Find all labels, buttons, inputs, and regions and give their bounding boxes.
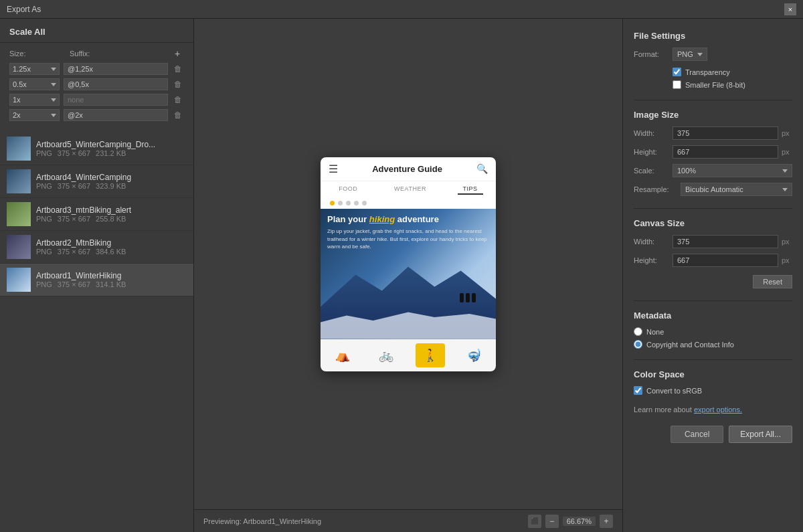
learn-more: Learn more about export options. [634,406,792,414]
preview-area: ☰ Adventure Guide 🔍 FOOD WEATHER TIPS [194,19,622,509]
tab-tips[interactable]: TIPS [458,184,483,195]
image-width-input[interactable] [673,126,778,140]
divider-3 [634,300,792,301]
image-size-title: Image Size [634,110,792,120]
dot-2 [338,201,343,205]
phone-nav-tabs: FOOD WEATHER TIPS [321,181,496,197]
scale-suffix-1[interactable] [64,78,168,90]
export-all-button[interactable]: Export All... [729,426,792,443]
image-width-row: Width: px [634,126,792,140]
transparency-row: Transparency [634,68,792,76]
format-select[interactable]: PNG JPG SVG GIF [673,48,707,61]
main-container: Scale All Size: Suffix: + 1.25x0.5x1x2x3… [0,19,803,532]
scale-table: Size: Suffix: + 1.25x0.5x1x2x3x 🗑 0.5x1x… [0,43,193,130]
artboard-item-0[interactable]: Artboard5_WinterCamping_Dro... PNG 375 ×… [0,132,193,165]
convert-srgb-checkbox[interactable] [634,386,642,395]
canvas-height-row: Height: px [634,254,792,267]
scale-row-3: 2x1x 🗑 [9,109,184,121]
zoom-controls: ⬛ − 66.67% + [528,515,613,528]
export-options-link[interactable]: export options. [694,406,742,414]
scale-delete-3[interactable]: 🗑 [172,109,184,121]
metadata-copyright-radio[interactable] [634,340,642,349]
close-button[interactable]: × [784,3,796,15]
smaller-file-checkbox[interactable] [673,80,681,89]
scale-delete-1[interactable]: 🗑 [172,78,184,90]
dot-3 [346,201,351,205]
scale-delete-0[interactable]: 🗑 [172,63,184,75]
artboard-meta-4: PNG 375 × 667 314.1 KB [36,280,187,288]
convert-srgb-label[interactable]: Convert to sRGB [646,387,702,395]
canvas-height-input[interactable] [673,254,778,267]
color-space-title: Color Space [634,369,792,379]
canvas-size-title: Canvas Size [634,218,792,228]
canvas-height-unit: px [782,256,792,264]
reset-button[interactable]: Reset [753,275,792,288]
dot-4 [354,201,359,205]
nav-bike[interactable]: 🚲 [371,343,401,367]
window-title: Export As [7,5,41,14]
scale-suffix-2[interactable] [64,94,168,106]
tab-food[interactable]: FOOD [333,184,363,195]
format-row: Format: PNG JPG SVG GIF [634,48,792,61]
transparency-label[interactable]: Transparency [685,68,730,76]
left-panel: Scale All Size: Suffix: + 1.25x0.5x1x2x3… [0,19,194,532]
artboard-item-4[interactable]: Artboard1_WinterHiking PNG 375 × 667 314… [0,264,193,296]
artboard-thumb-2 [7,202,31,226]
artboard-item-3[interactable]: Artboard2_MtnBiking PNG 375 × 667 384.6 … [0,231,193,264]
tab-weather[interactable]: WEATHER [389,184,432,195]
resample-label: Resample: [634,185,681,193]
image-height-unit: px [782,148,792,156]
phone-header: ☰ Adventure Guide 🔍 [321,157,496,181]
smaller-file-row: Smaller File (8-bit) [634,80,792,89]
scale-table-header: Size: Suffix: + [9,48,184,59]
image-scale-label: Scale: [634,167,673,175]
metadata-none-radio[interactable] [634,327,642,336]
artboard-name-1: Artboard4_WinterCamping [36,173,187,182]
image-scale-select[interactable]: 100%50%200% [673,164,792,177]
smaller-file-label[interactable]: Smaller File (8-bit) [685,81,745,89]
phone-hero: Plan your hiking adventure Zip up your j… [321,209,496,339]
hero-body: Zip up your jacket, grab the right snack… [327,228,489,250]
scale-delete-2[interactable]: 🗑 [172,94,184,106]
scale-size-2[interactable]: 1x2x [9,94,60,106]
preview-label: Previewing: Artboard1_WinterHiking [203,517,321,525]
nav-dive[interactable]: 🤿 [459,343,488,367]
artboard-name-2: Artboard3_mtnBiking_alert [36,205,187,215]
scale-size-1[interactable]: 0.5x1x2x [9,78,60,90]
canvas-width-input[interactable] [673,235,778,248]
scale-size-3[interactable]: 2x1x [9,109,60,121]
artboard-thumb-3 [7,235,31,259]
nav-hike[interactable]: 🚶 [416,343,445,367]
title-bar: Export As × [0,0,803,19]
action-buttons: Cancel Export All... [634,426,792,443]
scale-all-header: Scale All [0,19,193,43]
image-width-unit: px [782,129,792,137]
scale-row-1: 0.5x1x2x 🗑 [9,78,184,90]
canvas-width-unit: px [782,238,792,246]
scale-suffix-0[interactable] [64,63,168,75]
scale-row-0: 1.25x0.5x1x2x3x 🗑 [9,63,184,75]
artboard-item-1[interactable]: Artboard4_WinterCamping PNG 375 × 667 32… [0,165,193,198]
metadata-copyright-label[interactable]: Copyright and Contact Info [646,341,734,349]
add-scale-button[interactable]: + [171,48,184,59]
artboard-meta-0: PNG 375 × 667 231.2 KB [36,149,187,157]
hero-title: Plan your hiking adventure [327,214,489,226]
metadata-none-label[interactable]: None [646,328,664,336]
scale-size-0[interactable]: 1.25x0.5x1x2x3x [9,63,60,75]
resample-select[interactable]: Bicubic Automatic Bicubic Smoother Bicub… [681,183,792,196]
artboard-meta-3: PNG 375 × 667 384.6 KB [36,248,187,256]
artboard-list: Artboard5_WinterCamping_Dro... PNG 375 ×… [0,132,193,532]
hero-title-adventure: adventure [395,214,439,224]
hero-title-hiking: hiking [369,214,395,224]
nav-tent[interactable]: ⛺ [328,343,357,367]
transparency-checkbox[interactable] [673,68,681,76]
fit-button[interactable]: ⬛ [528,515,541,528]
scale-suffix-3[interactable] [64,109,168,121]
artboard-item-2[interactable]: Artboard3_mtnBiking_alert PNG 375 × 667 … [0,198,193,231]
right-panel: File Settings Format: PNG JPG SVG GIF Tr… [622,19,803,532]
zoom-out-button[interactable]: − [545,515,559,528]
zoom-in-button[interactable]: + [600,515,613,528]
cancel-button[interactable]: Cancel [671,426,723,443]
menu-icon: ☰ [329,163,338,175]
image-height-input[interactable] [673,145,778,159]
